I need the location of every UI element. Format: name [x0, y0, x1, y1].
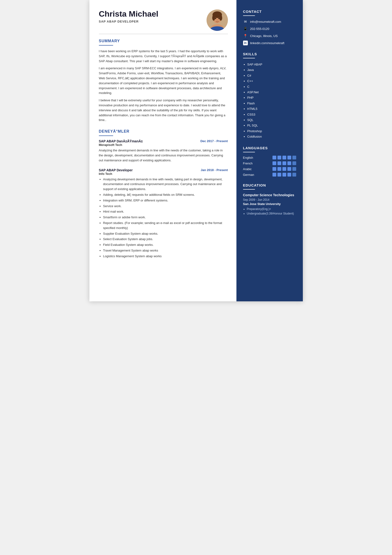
education-title: EDUCATION — [243, 183, 296, 187]
skill-6: PHP — [247, 95, 296, 100]
lang-arabic-name: Arabic — [243, 167, 260, 171]
edu-bullet-0-1: Undergraduate(3.39/Honour Student) — [247, 212, 296, 216]
experience-title: DENEYÄ°MLER — [99, 129, 228, 134]
svg-point-3 — [212, 15, 215, 21]
languages-title: LANGUAGES — [243, 146, 296, 150]
sidebar: CONTACT ✉ info@resumekraft.com 📱 202-555… — [236, 0, 303, 301]
skill-13: Coldfusion — [247, 134, 296, 139]
dot — [278, 156, 281, 160]
lang-french-name: French — [243, 161, 260, 165]
exp-bullet-1-0: Analyzing development demands in line wi… — [103, 177, 228, 192]
lang-french: French — [243, 161, 296, 165]
skill-2: C# — [247, 73, 296, 78]
dot — [272, 161, 276, 165]
exp-item-0: SAP ABAP DanÄ±ÅŸmanÄ± Dec 2017 - Present… — [99, 139, 228, 163]
dot — [292, 161, 296, 165]
dot — [287, 161, 291, 165]
exp-bullets-1: Analyzing development demands in line wi… — [99, 177, 228, 259]
dot — [287, 167, 291, 171]
exp-company-1: Info Tech — [99, 172, 228, 175]
languages-divider — [243, 152, 255, 152]
exp-bullet-1-4: Html mail work. — [103, 209, 228, 214]
lang-german-dots — [272, 173, 296, 176]
exp-bullet-1-6: Report studies. (For example; sending an… — [103, 221, 228, 231]
dot — [278, 167, 281, 171]
avatar — [207, 9, 228, 31]
exp-bullet-1-9: Field Evaluation System abap works. — [103, 242, 228, 248]
experience-divider — [99, 136, 113, 136]
svg-point-8 — [218, 18, 219, 19]
edu-degree-0: Computer Science Technologies — [243, 193, 296, 198]
skill-5: ASP.Net — [247, 89, 296, 95]
exp-header-0: SAP ABAP DanÄ±ÅŸmanÄ± Dec 2017 - Present — [99, 139, 228, 143]
dot — [282, 161, 286, 165]
skill-9: CSS3 — [247, 112, 296, 117]
exp-item-1: SAP ABAP Developer Jan 2018 - Present In… — [99, 168, 228, 259]
contact-phone-text: 202-555-0120 — [250, 27, 269, 31]
skill-10: SQL — [247, 117, 296, 123]
contact-location-text: Chicago, Illinois, US — [250, 34, 278, 38]
skill-3: C++ — [247, 78, 296, 84]
skills-title: SKILLS — [243, 52, 296, 56]
exp-bullet-1-11: Logistics Management System abap works — [103, 254, 228, 259]
main-column: Christa Michael SAP ABAP DEVELOPER — [89, 0, 236, 301]
skill-7: Flash — [247, 101, 296, 106]
exp-date-0: Dec 2017 - Present — [200, 139, 228, 143]
exp-bullet-1-1: Adding, deleting, â€¦ requests for addit… — [103, 192, 228, 197]
summary-divider — [99, 45, 113, 45]
lang-arabic-dots — [272, 167, 296, 171]
location-icon: 📍 — [243, 33, 248, 38]
edu-bullets-0: Preparatory(Eng.)+ Undergraduate(3.39/Ho… — [243, 207, 296, 216]
email-icon: ✉ — [243, 19, 248, 24]
dot — [272, 156, 276, 160]
resume-header: Christa Michael SAP ABAP DEVELOPER — [99, 9, 228, 31]
lang-french-dots — [272, 161, 296, 165]
dot — [287, 156, 291, 160]
resume-container: Christa Michael SAP ABAP DEVELOPER — [89, 0, 303, 301]
exp-bullet-1-10: Travel Management System abap works — [103, 248, 228, 253]
job-title: SAP ABAP DEVELOPER — [99, 20, 158, 23]
dot — [282, 167, 286, 171]
header-divider — [99, 34, 228, 34]
skills-divider — [243, 58, 255, 58]
summary-section: SUMMARY I have been working on ERP syste… — [99, 39, 228, 123]
dot — [278, 173, 281, 176]
experience-section: DENEYÄ°MLER SAP ABAP DanÄ±ÅŸmanÄ± Dec 20… — [99, 129, 228, 259]
skills-list: SAP ABAP Java C# C++ C ASP.Net PHP Flash… — [243, 62, 296, 139]
lang-arabic: Arabic — [243, 167, 296, 171]
skill-11: PL SQL — [247, 123, 296, 128]
dot — [278, 161, 281, 165]
summary-para-3: I believe that I will be extremely usefu… — [99, 98, 228, 123]
contact-linkedin-text: linkedin.com/resumekraft — [250, 41, 285, 45]
skills-section: SKILLS SAP ABAP Java C# C++ C ASP.Net PH… — [243, 52, 296, 139]
education-section: EDUCATION Computer Science Technologies … — [243, 183, 296, 216]
exp-bullet-1-8: Select Evaluation System abap jobs. — [103, 237, 228, 242]
lang-english-dots — [272, 156, 296, 160]
avatar-image — [207, 9, 228, 31]
svg-point-4 — [219, 15, 222, 21]
exp-bullet-1-3: Service work. — [103, 204, 228, 209]
contact-location: 📍 Chicago, Illinois, US — [243, 33, 296, 38]
phone-icon: 📱 — [243, 26, 248, 31]
dot — [272, 167, 276, 171]
contact-section: CONTACT ✉ info@resumekraft.com 📱 202-555… — [243, 9, 296, 45]
exp-company-0: Merapisoft Tech — [99, 143, 228, 147]
contact-email: ✉ info@resumekraft.com — [243, 19, 296, 24]
edu-dates-0: Sep 2009 - Jun 2014 — [243, 198, 296, 201]
dot — [287, 173, 291, 176]
skill-0: SAP ABAP — [247, 62, 296, 67]
skill-8: HTML5 — [247, 106, 296, 111]
dot — [282, 173, 286, 176]
languages-section: LANGUAGES English French — [243, 146, 296, 176]
dot — [292, 156, 296, 160]
lang-english: English — [243, 156, 296, 160]
dot — [292, 173, 296, 176]
lang-german: German — [243, 173, 296, 176]
edu-bullet-0-0: Preparatory(Eng.)+ — [247, 207, 296, 212]
skill-12: Photoshop — [247, 128, 296, 134]
edu-school-0: San Jose State University — [243, 202, 296, 206]
lang-english-name: English — [243, 156, 260, 160]
exp-title-1: SAP ABAP Developer — [99, 168, 133, 172]
skill-4: C — [247, 84, 296, 89]
skill-1: Java — [247, 67, 296, 73]
